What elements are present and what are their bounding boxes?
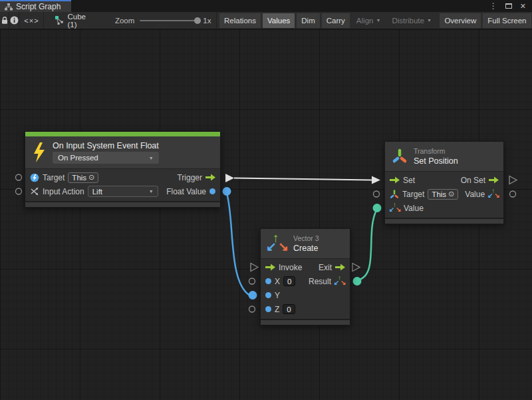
flow-arrow-icon (265, 264, 275, 271)
x-port-icon[interactable] (265, 278, 271, 284)
zoom-slider-handle[interactable] (194, 17, 201, 24)
event-target-label: Target (43, 173, 65, 182)
port-event-inputaction-in[interactable] (16, 188, 22, 194)
transform-node-body: Set On Set Target (385, 172, 503, 218)
chevron-down-icon: ▼ (427, 13, 432, 28)
toolbar-buttons: Relations Values Dim Carry Align ▼ Distr… (217, 12, 532, 29)
z-value-field[interactable]: 0 (283, 304, 295, 314)
event-node-header: On Input System Event Float On Pressed ▼ (25, 136, 220, 169)
transform-node-category: Transform (414, 147, 458, 155)
flow-arrow-icon (335, 264, 345, 271)
window-menu-icon[interactable]: ⋮ (489, 2, 497, 10)
port-transform-valueout[interactable] (510, 191, 516, 197)
port-floatvalue-out[interactable] (223, 187, 231, 196)
lightning-bolt-icon (32, 142, 47, 162)
port-transform-value-in[interactable] (373, 204, 382, 212)
vector3-port-icon[interactable]: ↑ ↙ ↘ (488, 189, 499, 199)
vector3-port-icon[interactable]: ↑ ↙ ↘ (390, 203, 400, 213)
vector-x-row: X 0 Result ↑ ↙ ↘ (261, 274, 350, 288)
align-button[interactable]: Align ▼ (352, 13, 386, 28)
vector-node-footer (261, 319, 350, 325)
node-transform-set-position[interactable]: Transform Set Position Set On Set (384, 141, 504, 224)
x-value-field[interactable]: 0 (283, 276, 295, 286)
wire-floatvalue-to-y[interactable] (227, 193, 249, 296)
event-node-body: Target This ⊙ Trigger (25, 169, 220, 201)
info-button[interactable] (9, 12, 19, 29)
transform-target-row: Target This ⊙ Value ↑ ↙ ↘ (385, 187, 503, 201)
vector-node-header: ↑ ↙ ↘ Vector 3 Create (261, 229, 350, 259)
close-icon[interactable]: ✕ (520, 3, 526, 10)
transform-node-footer (385, 218, 503, 224)
transform-target-value: This (432, 190, 446, 198)
input-action-value: Lift (92, 188, 102, 196)
vector3-icon: ↑ ↙ ↘ (267, 234, 287, 253)
node-on-input-system-event-float[interactable]: On Input System Event Float On Pressed ▼ (25, 131, 221, 208)
dim-button[interactable]: Dim (297, 13, 319, 28)
trigger-label: Trigger (177, 173, 202, 182)
graph-toolbar: <×> Cube (1) Zoom 1x Relations Values (0, 12, 532, 29)
distribute-label: Distribute (392, 13, 424, 28)
graph-tab-icon (5, 3, 13, 11)
port-x-in[interactable] (249, 278, 255, 284)
event-mode-dropdown[interactable]: On Pressed ▼ (53, 152, 159, 164)
lock-icon (1, 16, 9, 25)
relations-button[interactable]: Relations (219, 13, 261, 28)
zoom-value: 1x (203, 17, 211, 25)
transform-set-row: Set On Set (385, 173, 503, 187)
y-port-icon[interactable] (265, 292, 271, 298)
transform-value-row: ↑ ↙ ↘ Value (385, 201, 503, 215)
transform-value-in-label: Value (404, 204, 424, 213)
event-target-object-pill[interactable]: This ⊙ (68, 172, 98, 183)
zoom-slider[interactable] (140, 20, 198, 21)
tab-script-graph[interactable]: Script Graph (0, 0, 71, 12)
graph-canvas[interactable]: On Input System Event Float On Pressed ▼ (0, 29, 532, 400)
carry-button[interactable]: Carry (322, 13, 350, 28)
tab-bar: Script Graph ⋮ ✕ (0, 0, 532, 12)
input-action-label: Input Action (43, 187, 84, 196)
port-transform-target-in[interactable] (374, 191, 380, 197)
input-action-dropdown[interactable]: Lift ▼ (88, 186, 158, 197)
graph-breadcrumb[interactable]: Cube (1) (55, 13, 86, 29)
script-graph-window: Script Graph ⋮ ✕ (0, 0, 532, 400)
fullscreen-button[interactable]: Full Screen (483, 13, 531, 28)
port-trigger-out[interactable] (225, 174, 234, 182)
float-value-port-icon[interactable] (209, 188, 215, 194)
values-button[interactable]: Values (263, 13, 295, 28)
flow-arrow-icon (205, 174, 215, 181)
lock-button[interactable] (0, 12, 9, 29)
port-invoke-in[interactable] (251, 264, 258, 272)
input-action-icon (30, 187, 39, 196)
exit-label: Exit (319, 263, 332, 272)
z-port-icon[interactable] (265, 306, 271, 312)
port-set-in[interactable] (372, 176, 380, 184)
wire-result-to-value[interactable] (357, 210, 376, 280)
flow-arrow-icon (489, 176, 499, 184)
port-onset-out[interactable] (509, 176, 517, 184)
port-exit-out[interactable] (352, 264, 360, 272)
vector3-port-icon[interactable]: ↑ ↙ ↘ (334, 276, 345, 286)
transform-target-object-pill[interactable]: This ⊙ (428, 189, 458, 200)
transform-icon (392, 148, 408, 164)
object-target-icon: ⊙ (448, 190, 454, 198)
graph-name-label: Cube (1) (67, 13, 86, 29)
object-target-icon: ⊙ (88, 173, 94, 182)
window-controls: ⋮ ✕ (489, 0, 532, 12)
wire-trigger-to-set[interactable] (234, 178, 372, 180)
distribute-button[interactable]: Distribute ▼ (387, 13, 436, 28)
event-target-row: Target This ⊙ Trigger (25, 170, 220, 184)
port-result-out[interactable] (353, 277, 362, 286)
preview-code-button[interactable]: <×> (19, 12, 44, 29)
port-event-target-in[interactable] (16, 174, 22, 180)
chevron-down-icon: ▼ (376, 13, 380, 28)
maximize-icon[interactable] (505, 3, 512, 9)
port-y-in[interactable] (249, 291, 257, 300)
code-icon: <×> (24, 17, 39, 25)
event-node-footer (25, 201, 220, 207)
overview-button[interactable]: Overview (440, 13, 481, 28)
align-label: Align (356, 13, 374, 28)
z-label: Z (275, 305, 279, 314)
vector-z-row: Z 0 (261, 302, 350, 316)
graph-asset-icon (55, 16, 64, 25)
port-z-in[interactable] (249, 306, 255, 312)
node-vector3-create[interactable]: ↑ ↙ ↘ Vector 3 Create Invoke Exit (260, 228, 350, 325)
